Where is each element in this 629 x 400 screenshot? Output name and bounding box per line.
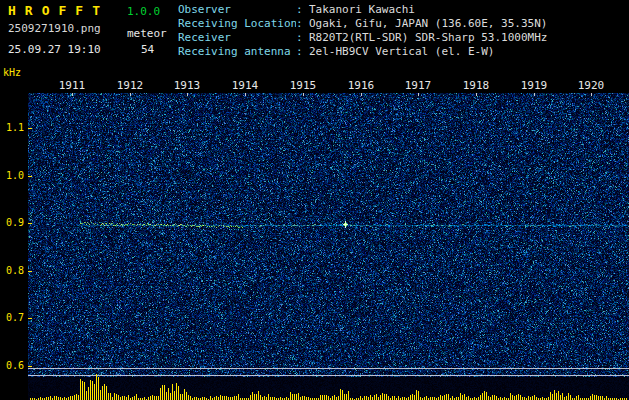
app-title: HROFFT (8, 3, 109, 18)
info-separator: : (296, 17, 309, 31)
time-tick-label: 1912 (110, 79, 150, 92)
info-label: Receiving antenna (178, 45, 296, 59)
time-tick-label: 1913 (167, 79, 207, 92)
info-label: Receiving Location (178, 17, 296, 31)
info-row-receiver: Receiver : R820T2(RTL-SDR) SDR-Sharp 53.… (178, 31, 628, 45)
info-label: Receiver (178, 31, 296, 45)
info-row-observer: Observer : Takanori Kawachi (178, 3, 628, 17)
station-info: Observer : Takanori Kawachi Receiving Lo… (178, 3, 628, 59)
time-tick-label: 1917 (398, 79, 438, 92)
time-tick-label: 1916 (341, 79, 381, 92)
info-separator: : (296, 31, 309, 45)
info-value: Takanori Kawachi (309, 3, 415, 17)
freq-tick-label: 0.7 (0, 312, 24, 324)
count-label: 54 (141, 43, 154, 56)
time-tick-label: 1911 (52, 79, 92, 92)
spectrogram-canvas (28, 93, 629, 400)
freq-axis-unit: kHz (3, 67, 21, 78)
freq-tick-label: 0.6 (0, 360, 24, 372)
hrofft-window: HROFFT 1.0.0 2509271910.png meteor 25.09… (0, 0, 629, 400)
info-row-antenna: Receiving antenna : 2el-HB9CV Vertical (… (178, 45, 628, 59)
info-value: R820T2(RTL-SDR) SDR-Sharp 53.1000MHz (309, 31, 547, 45)
datetime-label: 25.09.27 19:10 (8, 43, 101, 56)
freq-tick-label: 0.8 (0, 265, 24, 277)
info-row-location: Receiving Location : Ogaki, Gifu, JAPAN … (178, 17, 628, 31)
spectrogram-panel: kHz 1.1 1.0 0.9 0.8 0.7 0.6 1911 1912 19… (0, 62, 629, 400)
time-tick-label: 1920 (571, 79, 611, 92)
app-version: 1.0.0 (127, 5, 160, 18)
time-tick-label: 1919 (514, 79, 554, 92)
info-value: 2el-HB9CV Vertical (el. E-W) (309, 45, 494, 59)
freq-tick-label: 1.0 (0, 170, 24, 182)
freq-tick-label: 1.1 (0, 122, 24, 134)
header: HROFFT 1.0.0 2509271910.png meteor 25.09… (0, 0, 629, 62)
mode-label: meteor (127, 27, 167, 40)
time-tick-label: 1914 (225, 79, 265, 92)
info-separator: : (296, 45, 309, 59)
time-tick-label: 1918 (456, 79, 496, 92)
output-filename: 2509271910.png (8, 22, 101, 35)
info-label: Observer (178, 3, 296, 17)
info-value: Ogaki, Gifu, JAPAN (136.60E, 35.35N) (309, 17, 547, 31)
time-tick-label: 1915 (283, 79, 323, 92)
info-separator: : (296, 3, 309, 17)
freq-tick-label: 0.9 (0, 217, 24, 229)
